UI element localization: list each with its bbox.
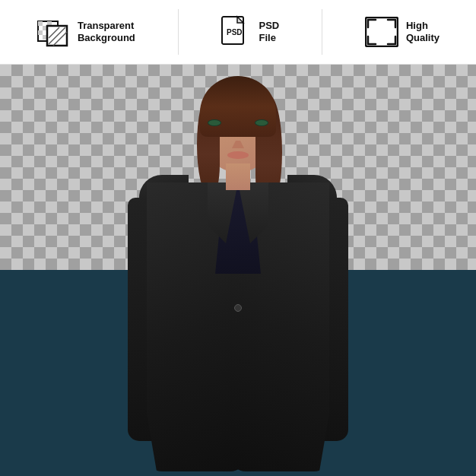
eye-left	[208, 119, 221, 126]
transparent-label-top: Transparent	[78, 20, 134, 32]
divider-1	[178, 9, 179, 55]
psd-label-bottom: File	[259, 32, 275, 44]
high-quality-feature: High Quality	[365, 17, 440, 47]
jacket-button	[234, 304, 242, 312]
header-bar: Transparent Background PSD PSD File	[0, 0, 476, 65]
transparent-bg-icon	[36, 15, 70, 49]
quality-label-top: High	[406, 20, 428, 32]
psd-file-icon: PSD	[221, 15, 251, 49]
svg-text:PSD: PSD	[227, 28, 243, 36]
transparent-bg-text: Transparent Background	[78, 20, 135, 43]
eyes-container	[208, 119, 268, 126]
quality-text: High Quality	[406, 20, 440, 43]
divider-2	[322, 9, 322, 55]
svg-rect-1	[38, 21, 43, 26]
transparent-label-bottom: Background	[78, 32, 135, 44]
psd-file-feature: PSD PSD File	[221, 15, 279, 49]
quality-label-bottom: Quality	[406, 32, 440, 44]
svg-rect-5	[38, 30, 43, 35]
psd-label-top: PSD	[259, 20, 279, 32]
nose	[232, 135, 244, 148]
high-quality-icon	[365, 17, 398, 47]
svg-rect-16	[366, 17, 398, 46]
neck	[226, 163, 250, 190]
eye-right	[255, 119, 268, 126]
person-figure	[109, 65, 367, 476]
psd-text: PSD File	[259, 20, 279, 43]
lips	[227, 151, 249, 159]
body-suit	[139, 182, 337, 476]
transparent-bg-feature: Transparent Background	[36, 15, 135, 49]
hair-top	[200, 76, 276, 137]
main-image-area	[0, 65, 476, 476]
